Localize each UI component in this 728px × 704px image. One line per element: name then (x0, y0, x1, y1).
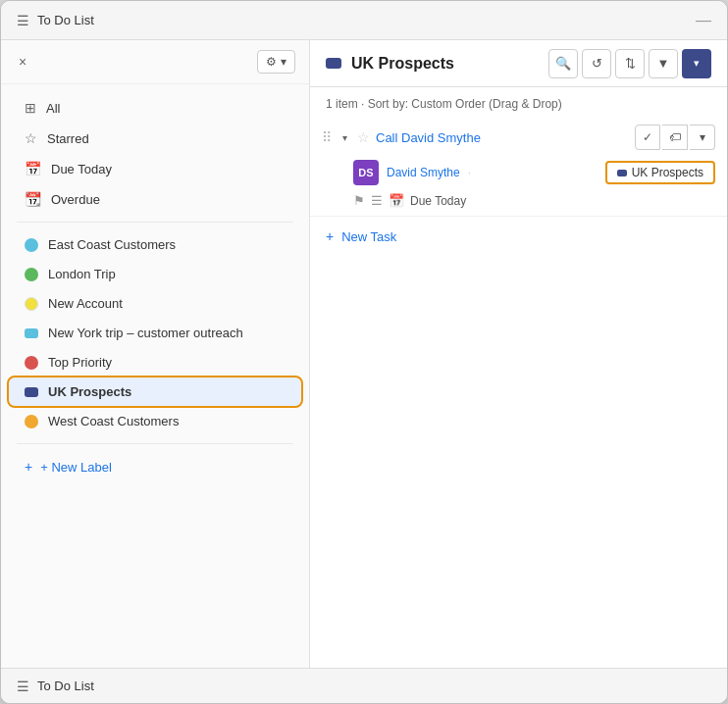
sidebar-items: ⊞ All ☆ Starred 📅 Due Today 📆 Overdue (1, 84, 309, 668)
sidebar-item-overdue-label: Overdue (51, 192, 100, 207)
minimize-button[interactable]: — (696, 12, 711, 29)
sidebar: × ⚙ ▾ ⊞ All ☆ Starred 📅 Due Tod (1, 40, 310, 668)
new-york-dot (25, 328, 38, 338)
title-bar-left: ☰ To Do List (17, 13, 94, 28)
tag-icon: 🏷 (669, 130, 681, 144)
drag-handle-icon[interactable]: ⠿ (322, 129, 332, 145)
sort-icon: ⇅ (625, 56, 636, 71)
task-row: ⠿ ▾ ☆ Call David Smythe ✓ 🏷 (310, 119, 727, 217)
east-coast-dot (25, 238, 38, 252)
uk-prospects-tag[interactable]: UK Prospects (605, 161, 715, 184)
app-window: ☰ To Do List — × ⚙ ▾ ⊞ All ☆ (0, 0, 728, 704)
assignee-name[interactable]: David Smythe (387, 166, 460, 179)
sidebar-item-west-coast-customers[interactable]: West Coast Customers (9, 407, 301, 435)
bottom-bar: ☰ To Do List (1, 668, 727, 703)
list-icon: ☰ (17, 13, 29, 28)
header-dropdown-icon: ▾ (694, 57, 700, 70)
top-priority-dot (25, 356, 38, 370)
task-header-row: ⠿ ▾ ☆ Call David Smythe ✓ 🏷 (310, 119, 727, 156)
task-icons-row: ⚑ ☰ 📅 Due Today (310, 191, 727, 216)
uk-prospects-tag-label: UK Prospects (632, 166, 703, 179)
new-task-row[interactable]: + New Task (310, 217, 727, 256)
sidebar-item-london-trip[interactable]: London Trip (9, 260, 301, 288)
star-icon: ☆ (25, 130, 37, 146)
sidebar-item-new-account-label: New Account (48, 296, 123, 311)
sort-button[interactable]: ⇅ (615, 49, 645, 78)
task-title[interactable]: Call David Smythe (376, 130, 629, 145)
sidebar-item-starred[interactable]: ☆ Starred (9, 124, 301, 153)
separator: · (468, 166, 471, 179)
sidebar-item-new-york-label: New York trip – customer outreach (48, 326, 243, 340)
new-label-text: + New Label (40, 460, 112, 475)
sidebar-top: × ⚙ ▾ (1, 40, 309, 84)
title-bar: ☰ To Do List — (1, 1, 727, 40)
grid-icon: ⊞ (25, 100, 36, 116)
task-action-buttons: ✓ 🏷 ▾ (635, 125, 715, 150)
sidebar-item-uk-prospects[interactable]: UK Prospects (9, 377, 301, 406)
sidebar-item-new-york-trip[interactable]: New York trip – customer outreach (9, 319, 301, 347)
content-body: 1 item · Sort by: Custom Order (Drag & D… (310, 87, 727, 668)
sidebar-item-due-today-label: Due Today (51, 162, 112, 176)
sidebar-item-east-coast-customers[interactable]: East Coast Customers (9, 230, 301, 259)
calendar-x-icon: 📆 (25, 191, 41, 207)
sidebar-item-top-priority[interactable]: Top Priority (9, 348, 301, 377)
due-today-badge: Due Today (410, 194, 466, 208)
sidebar-item-overdue[interactable]: 📆 Overdue (9, 184, 301, 214)
calendar-icon: 📅 (25, 161, 41, 176)
avatar: DS (353, 160, 379, 185)
sidebar-item-all[interactable]: ⊞ All (9, 93, 301, 123)
gear-dropdown-icon: ▾ (281, 55, 286, 69)
search-button[interactable]: 🔍 (548, 49, 578, 78)
main-layout: × ⚙ ▾ ⊞ All ☆ Starred 📅 Due Tod (1, 40, 727, 668)
content-area: UK Prospects 🔍 ↺ ⇅ ▼ ▾ (310, 40, 727, 668)
task-tag-button[interactable]: 🏷 (662, 125, 688, 150)
flag-icon[interactable]: ⚑ (353, 193, 365, 208)
sidebar-item-london-trip-label: London Trip (48, 267, 116, 281)
sidebar-close-button[interactable]: × (15, 52, 30, 72)
task-star-icon[interactable]: ☆ (357, 129, 370, 145)
content-header-actions: 🔍 ↺ ⇅ ▼ ▾ (548, 49, 711, 78)
sidebar-item-new-account[interactable]: New Account (9, 289, 301, 318)
london-trip-dot (25, 268, 38, 281)
subtask-icon[interactable]: ☰ (371, 193, 383, 208)
new-task-plus-icon: + (326, 228, 334, 244)
task-detail-row: DS David Smythe · UK Prospects (310, 156, 727, 191)
sidebar-item-uk-prospects-label: UK Prospects (48, 384, 131, 399)
bottom-bar-title: To Do List (37, 679, 94, 693)
calendar-task-icon[interactable]: 📅 (389, 193, 404, 208)
new-label-button[interactable]: + + New Label (9, 452, 301, 481)
uk-prospects-dot (25, 387, 38, 397)
task-more-button[interactable]: ▾ (690, 125, 715, 150)
more-icon: ▾ (700, 130, 705, 144)
sidebar-divider (17, 222, 293, 223)
sidebar-item-east-coast-label: East Coast Customers (48, 237, 176, 252)
content-header: UK Prospects 🔍 ↺ ⇅ ▼ ▾ (310, 40, 727, 87)
gear-icon: ⚙ (266, 55, 277, 69)
sidebar-item-all-label: All (46, 101, 60, 116)
task-expand-button[interactable]: ▾ (338, 130, 351, 144)
content-title: UK Prospects (351, 55, 454, 73)
gear-settings-button[interactable]: ⚙ ▾ (257, 50, 295, 74)
sidebar-item-top-priority-label: Top Priority (48, 355, 112, 370)
content-header-left: UK Prospects (326, 55, 454, 73)
sort-info: 1 item · Sort by: Custom Order (Drag & D… (310, 87, 727, 119)
task-check-button[interactable]: ✓ (635, 125, 660, 150)
refresh-icon: ↺ (592, 56, 602, 71)
expand-icon: ▾ (342, 132, 347, 143)
tag-label-dot (617, 170, 627, 176)
filter-icon: ▼ (657, 56, 670, 71)
west-coast-dot (25, 415, 38, 428)
sidebar-item-starred-label: Starred (47, 131, 89, 146)
bottom-list-icon: ☰ (17, 679, 29, 694)
refresh-button[interactable]: ↺ (582, 49, 611, 78)
header-label-dot (326, 58, 341, 69)
check-icon: ✓ (643, 130, 652, 144)
window-title: To Do List (37, 13, 94, 27)
sidebar-item-due-today[interactable]: 📅 Due Today (9, 154, 301, 183)
avatar-initials: DS (358, 167, 373, 178)
new-task-label: New Task (341, 229, 396, 244)
plus-icon: + (25, 459, 32, 475)
header-dropdown-button[interactable]: ▾ (682, 49, 711, 78)
search-icon: 🔍 (555, 56, 571, 71)
filter-button[interactable]: ▼ (649, 49, 678, 78)
